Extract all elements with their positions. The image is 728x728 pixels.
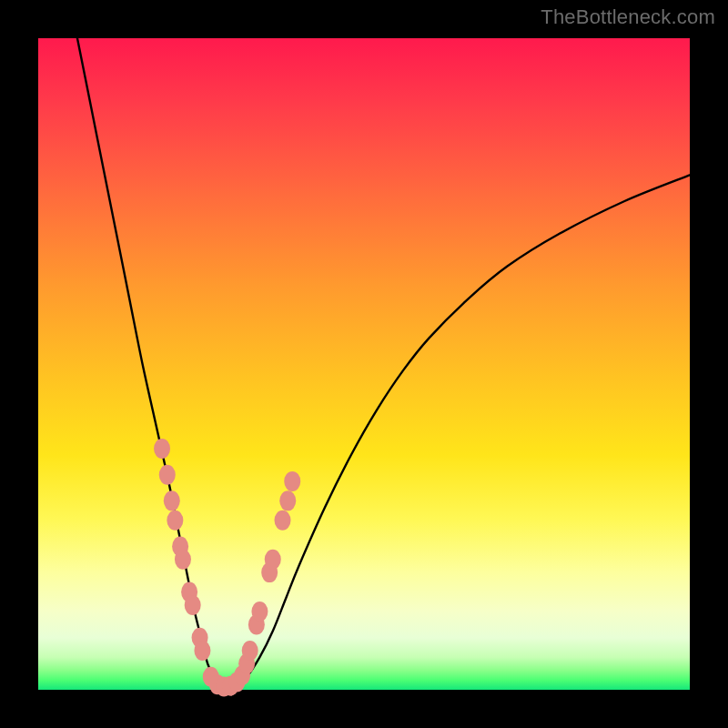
- curve-markers: [154, 439, 300, 696]
- curve-marker: [159, 465, 176, 485]
- curve-marker: [265, 550, 281, 570]
- curve-marker: [251, 602, 268, 622]
- curve-marker: [194, 641, 210, 661]
- curve-marker: [185, 595, 201, 615]
- curve-marker: [284, 471, 300, 491]
- curve-marker: [164, 490, 180, 511]
- curve-marker: [275, 511, 291, 531]
- bottleneck-curve: [77, 38, 690, 688]
- watermark-text: TheBottleneck.com: [541, 5, 715, 29]
- plot-area: [38, 38, 690, 690]
- curve-marker: [175, 550, 191, 570]
- curve-marker: [167, 511, 183, 531]
- curve-marker: [154, 439, 170, 459]
- curve-marker: [279, 490, 296, 511]
- chart-frame: TheBottleneck.com: [0, 0, 728, 728]
- curve-svg: [38, 38, 690, 690]
- curve-marker: [242, 641, 258, 661]
